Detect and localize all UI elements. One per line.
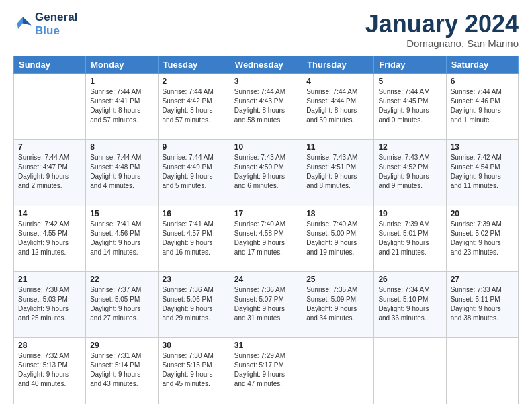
day-number: 2 — [163, 77, 226, 86]
day-number: 9 — [163, 142, 226, 152]
calendar-cell: 14 Sunrise: 7:42 AMSunset: 4:55 PMDaylig… — [14, 205, 86, 271]
week-row-2: 7 Sunrise: 7:44 AMSunset: 4:47 PMDayligh… — [14, 140, 519, 205]
week-row-4: 21 Sunrise: 7:38 AMSunset: 5:03 PMDaylig… — [14, 272, 519, 338]
day-info: Sunrise: 7:40 AMSunset: 5:00 PMDaylight:… — [306, 220, 369, 257]
day-info: Sunrise: 7:34 AMSunset: 5:10 PMDaylight:… — [378, 285, 441, 323]
day-info: Sunrise: 7:39 AMSunset: 5:02 PMDaylight:… — [451, 220, 514, 257]
calendar-cell — [374, 338, 446, 404]
header-thursday: Thursday — [302, 56, 374, 73]
day-info: Sunrise: 7:36 AMSunset: 5:07 PMDaylight:… — [234, 285, 298, 323]
header-wednesday: Wednesday — [230, 56, 302, 73]
day-number: 28 — [18, 340, 81, 350]
day-number: 8 — [90, 142, 153, 152]
calendar-cell: 29 Sunrise: 7:31 AMSunset: 5:14 PMDaylig… — [86, 338, 158, 404]
day-number: 11 — [306, 142, 369, 152]
day-info: Sunrise: 7:44 AMSunset: 4:41 PMDaylight:… — [90, 87, 153, 125]
day-number: 24 — [234, 275, 298, 284]
day-info: Sunrise: 7:41 AMSunset: 4:57 PMDaylight:… — [163, 220, 226, 257]
main-title: January 2024 — [365, 11, 519, 38]
day-number: 17 — [234, 209, 298, 218]
week-row-3: 14 Sunrise: 7:42 AMSunset: 4:55 PMDaylig… — [14, 205, 519, 271]
day-info: Sunrise: 7:36 AMSunset: 5:06 PMDaylight:… — [163, 285, 226, 323]
subtitle: Domagnano, San Marino — [365, 38, 519, 49]
logo: General Blue — [13, 11, 77, 37]
calendar-cell: 3 Sunrise: 7:44 AMSunset: 4:43 PMDayligh… — [230, 73, 302, 139]
day-number: 22 — [90, 275, 153, 284]
header-tuesday: Tuesday — [158, 56, 230, 73]
day-number: 15 — [90, 209, 153, 218]
day-info: Sunrise: 7:43 AMSunset: 4:51 PMDaylight:… — [306, 153, 369, 191]
day-info: Sunrise: 7:44 AMSunset: 4:49 PMDaylight:… — [163, 153, 226, 191]
title-block: January 2024 Domagnano, San Marino — [365, 11, 519, 49]
day-number: 4 — [306, 77, 369, 86]
header-saturday: Saturday — [446, 56, 518, 73]
day-info: Sunrise: 7:43 AMSunset: 4:52 PMDaylight:… — [378, 153, 441, 191]
calendar-cell: 20 Sunrise: 7:39 AMSunset: 5:02 PMDaylig… — [446, 205, 518, 271]
day-number: 19 — [378, 209, 441, 218]
calendar-cell: 30 Sunrise: 7:30 AMSunset: 5:15 PMDaylig… — [158, 338, 230, 404]
calendar-cell: 11 Sunrise: 7:43 AMSunset: 4:51 PMDaylig… — [302, 140, 374, 205]
calendar-cell: 24 Sunrise: 7:36 AMSunset: 5:07 PMDaylig… — [230, 272, 302, 338]
calendar-cell: 28 Sunrise: 7:32 AMSunset: 5:13 PMDaylig… — [14, 338, 86, 404]
day-info: Sunrise: 7:32 AMSunset: 5:13 PMDaylight:… — [18, 351, 81, 389]
day-number: 27 — [451, 275, 514, 284]
logo-text: General Blue — [35, 11, 77, 37]
calendar-table: Sunday Monday Tuesday Wednesday Thursday… — [13, 56, 519, 404]
day-info: Sunrise: 7:41 AMSunset: 4:56 PMDaylight:… — [90, 220, 153, 257]
calendar-cell: 25 Sunrise: 7:35 AMSunset: 5:09 PMDaylig… — [302, 272, 374, 338]
calendar-cell — [446, 338, 518, 404]
day-info: Sunrise: 7:29 AMSunset: 5:17 PMDaylight:… — [234, 351, 298, 389]
day-info: Sunrise: 7:30 AMSunset: 5:15 PMDaylight:… — [163, 351, 226, 389]
day-number: 31 — [234, 340, 298, 350]
calendar-cell: 5 Sunrise: 7:44 AMSunset: 4:45 PMDayligh… — [374, 73, 446, 139]
calendar-cell: 16 Sunrise: 7:41 AMSunset: 4:57 PMDaylig… — [158, 205, 230, 271]
weekday-header-row: Sunday Monday Tuesday Wednesday Thursday… — [14, 56, 519, 73]
calendar-cell: 7 Sunrise: 7:44 AMSunset: 4:47 PMDayligh… — [14, 140, 86, 205]
calendar-cell: 21 Sunrise: 7:38 AMSunset: 5:03 PMDaylig… — [14, 272, 86, 338]
calendar-cell: 2 Sunrise: 7:44 AMSunset: 4:42 PMDayligh… — [158, 73, 230, 139]
calendar-cell: 27 Sunrise: 7:33 AMSunset: 5:11 PMDaylig… — [446, 272, 518, 338]
day-info: Sunrise: 7:43 AMSunset: 4:50 PMDaylight:… — [234, 153, 298, 191]
calendar-cell: 10 Sunrise: 7:43 AMSunset: 4:50 PMDaylig… — [230, 140, 302, 205]
calendar-cell: 6 Sunrise: 7:44 AMSunset: 4:46 PMDayligh… — [446, 73, 518, 139]
day-number: 21 — [18, 275, 81, 284]
calendar-cell: 22 Sunrise: 7:37 AMSunset: 5:05 PMDaylig… — [86, 272, 158, 338]
day-info: Sunrise: 7:37 AMSunset: 5:05 PMDaylight:… — [90, 285, 153, 323]
day-info: Sunrise: 7:31 AMSunset: 5:14 PMDaylight:… — [90, 351, 153, 389]
day-info: Sunrise: 7:44 AMSunset: 4:44 PMDaylight:… — [306, 87, 369, 125]
logo-icon — [13, 15, 32, 34]
header-monday: Monday — [86, 56, 158, 73]
calendar-cell: 4 Sunrise: 7:44 AMSunset: 4:44 PMDayligh… — [302, 73, 374, 139]
calendar-cell: 19 Sunrise: 7:39 AMSunset: 5:01 PMDaylig… — [374, 205, 446, 271]
header-friday: Friday — [374, 56, 446, 73]
day-info: Sunrise: 7:38 AMSunset: 5:03 PMDaylight:… — [18, 285, 81, 323]
day-number: 13 — [451, 142, 514, 152]
calendar-cell — [302, 338, 374, 404]
day-number: 16 — [163, 209, 226, 218]
calendar-cell: 1 Sunrise: 7:44 AMSunset: 4:41 PMDayligh… — [86, 73, 158, 139]
day-info: Sunrise: 7:44 AMSunset: 4:42 PMDaylight:… — [163, 87, 226, 125]
day-info: Sunrise: 7:42 AMSunset: 4:54 PMDaylight:… — [451, 153, 514, 191]
calendar-cell: 18 Sunrise: 7:40 AMSunset: 5:00 PMDaylig… — [302, 205, 374, 271]
day-info: Sunrise: 7:39 AMSunset: 5:01 PMDaylight:… — [378, 220, 441, 257]
header-sunday: Sunday — [14, 56, 86, 73]
day-info: Sunrise: 7:40 AMSunset: 4:58 PMDaylight:… — [234, 220, 298, 257]
day-info: Sunrise: 7:33 AMSunset: 5:11 PMDaylight:… — [451, 285, 514, 323]
day-info: Sunrise: 7:44 AMSunset: 4:45 PMDaylight:… — [378, 87, 441, 125]
day-number: 5 — [378, 77, 441, 86]
day-number: 29 — [90, 340, 153, 350]
day-info: Sunrise: 7:42 AMSunset: 4:55 PMDaylight:… — [18, 220, 81, 257]
calendar-cell: 31 Sunrise: 7:29 AMSunset: 5:17 PMDaylig… — [230, 338, 302, 404]
calendar-cell: 9 Sunrise: 7:44 AMSunset: 4:49 PMDayligh… — [158, 140, 230, 205]
day-number: 25 — [306, 275, 369, 284]
calendar-cell: 13 Sunrise: 7:42 AMSunset: 4:54 PMDaylig… — [446, 140, 518, 205]
day-number: 14 — [18, 209, 81, 218]
calendar-cell: 15 Sunrise: 7:41 AMSunset: 4:56 PMDaylig… — [86, 205, 158, 271]
day-number: 10 — [234, 142, 298, 152]
calendar-cell: 23 Sunrise: 7:36 AMSunset: 5:06 PMDaylig… — [158, 272, 230, 338]
calendar-cell: 26 Sunrise: 7:34 AMSunset: 5:10 PMDaylig… — [374, 272, 446, 338]
svg-marker-1 — [23, 17, 32, 25]
day-number: 26 — [378, 275, 441, 284]
day-number: 20 — [451, 209, 514, 218]
calendar-cell — [14, 73, 86, 139]
